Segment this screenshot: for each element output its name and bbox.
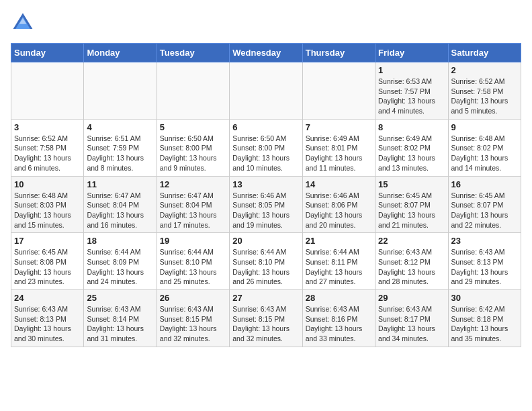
calendar-cell bbox=[302, 62, 375, 120]
day-number: 28 bbox=[306, 293, 372, 303]
weekday-header-sunday: Sunday bbox=[11, 44, 84, 62]
day-info: Sunrise: 6:48 AM Sunset: 8:03 PM Dayligh… bbox=[14, 191, 81, 230]
calendar-cell: 19Sunrise: 6:44 AM Sunset: 8:10 PM Dayli… bbox=[157, 233, 229, 290]
weekday-header-thursday: Thursday bbox=[302, 44, 375, 62]
weekday-header-friday: Friday bbox=[375, 44, 448, 62]
day-info: Sunrise: 6:47 AM Sunset: 8:04 PM Dayligh… bbox=[87, 191, 153, 230]
day-info: Sunrise: 6:46 AM Sunset: 8:06 PM Dayligh… bbox=[306, 191, 372, 230]
day-number: 3 bbox=[14, 122, 81, 132]
calendar-cell: 15Sunrise: 6:45 AM Sunset: 8:07 PM Dayli… bbox=[375, 176, 448, 233]
day-info: Sunrise: 6:45 AM Sunset: 8:07 PM Dayligh… bbox=[378, 191, 445, 230]
day-number: 23 bbox=[451, 236, 518, 246]
calendar-cell: 23Sunrise: 6:43 AM Sunset: 8:13 PM Dayli… bbox=[448, 233, 521, 290]
calendar-cell: 3Sunrise: 6:52 AM Sunset: 7:58 PM Daylig… bbox=[11, 119, 84, 176]
day-info: Sunrise: 6:49 AM Sunset: 8:02 PM Dayligh… bbox=[378, 134, 445, 173]
day-info: Sunrise: 6:50 AM Sunset: 8:00 PM Dayligh… bbox=[232, 134, 299, 173]
day-number: 25 bbox=[87, 293, 153, 303]
day-number: 20 bbox=[232, 236, 299, 246]
day-info: Sunrise: 6:43 AM Sunset: 8:13 PM Dayligh… bbox=[14, 304, 81, 344]
calendar-cell: 5Sunrise: 6:50 AM Sunset: 8:00 PM Daylig… bbox=[157, 119, 229, 176]
calendar-cell: 24Sunrise: 6:43 AM Sunset: 8:13 PM Dayli… bbox=[11, 290, 84, 347]
day-info: Sunrise: 6:43 AM Sunset: 8:12 PM Dayligh… bbox=[378, 247, 445, 287]
day-info: Sunrise: 6:44 AM Sunset: 8:10 PM Dayligh… bbox=[160, 247, 226, 287]
day-number: 27 bbox=[232, 293, 299, 303]
day-number: 13 bbox=[232, 179, 299, 189]
calendar-cell bbox=[84, 62, 157, 120]
day-info: Sunrise: 6:43 AM Sunset: 8:15 PM Dayligh… bbox=[160, 304, 226, 344]
page-header bbox=[11, 11, 521, 35]
day-info: Sunrise: 6:52 AM Sunset: 7:58 PM Dayligh… bbox=[14, 134, 81, 173]
day-info: Sunrise: 6:42 AM Sunset: 8:18 PM Dayligh… bbox=[451, 304, 518, 344]
calendar-cell: 12Sunrise: 6:47 AM Sunset: 8:04 PM Dayli… bbox=[157, 176, 229, 233]
day-number: 6 bbox=[232, 122, 299, 132]
day-number: 30 bbox=[451, 293, 518, 303]
day-info: Sunrise: 6:45 AM Sunset: 8:07 PM Dayligh… bbox=[451, 191, 518, 230]
calendar-cell: 13Sunrise: 6:46 AM Sunset: 8:05 PM Dayli… bbox=[230, 176, 302, 233]
calendar-cell: 1Sunrise: 6:53 AM Sunset: 7:57 PM Daylig… bbox=[375, 62, 448, 120]
weekday-header-row: SundayMondayTuesdayWednesdayThursdayFrid… bbox=[11, 44, 521, 62]
calendar-cell: 11Sunrise: 6:47 AM Sunset: 8:04 PM Dayli… bbox=[84, 176, 157, 233]
day-info: Sunrise: 6:50 AM Sunset: 8:00 PM Dayligh… bbox=[160, 134, 226, 173]
day-info: Sunrise: 6:44 AM Sunset: 8:11 PM Dayligh… bbox=[306, 247, 372, 287]
day-info: Sunrise: 6:43 AM Sunset: 8:17 PM Dayligh… bbox=[378, 304, 445, 344]
day-info: Sunrise: 6:47 AM Sunset: 8:04 PM Dayligh… bbox=[160, 191, 226, 230]
calendar-cell: 8Sunrise: 6:49 AM Sunset: 8:02 PM Daylig… bbox=[375, 119, 448, 176]
calendar-row-0: 1Sunrise: 6:53 AM Sunset: 7:57 PM Daylig… bbox=[11, 62, 521, 120]
day-number: 16 bbox=[451, 179, 518, 189]
calendar-cell: 20Sunrise: 6:44 AM Sunset: 8:10 PM Dayli… bbox=[230, 233, 302, 290]
calendar-cell: 26Sunrise: 6:43 AM Sunset: 8:15 PM Dayli… bbox=[157, 290, 229, 347]
calendar-cell: 28Sunrise: 6:43 AM Sunset: 8:16 PM Dayli… bbox=[302, 290, 375, 347]
day-number: 4 bbox=[87, 122, 153, 132]
calendar-cell: 9Sunrise: 6:48 AM Sunset: 8:02 PM Daylig… bbox=[448, 119, 521, 176]
calendar-row-3: 17Sunrise: 6:45 AM Sunset: 8:08 PM Dayli… bbox=[11, 233, 521, 290]
day-number: 14 bbox=[306, 179, 372, 189]
calendar-cell: 25Sunrise: 6:43 AM Sunset: 8:14 PM Dayli… bbox=[84, 290, 157, 347]
calendar-cell: 4Sunrise: 6:51 AM Sunset: 7:59 PM Daylig… bbox=[84, 119, 157, 176]
day-number: 5 bbox=[160, 122, 226, 132]
day-number: 7 bbox=[306, 122, 372, 132]
day-number: 22 bbox=[378, 236, 445, 246]
calendar-cell: 16Sunrise: 6:45 AM Sunset: 8:07 PM Dayli… bbox=[448, 176, 521, 233]
weekday-header-monday: Monday bbox=[84, 44, 157, 62]
weekday-header-tuesday: Tuesday bbox=[157, 44, 229, 62]
calendar-cell: 2Sunrise: 6:52 AM Sunset: 7:58 PM Daylig… bbox=[448, 62, 521, 120]
day-info: Sunrise: 6:44 AM Sunset: 8:10 PM Dayligh… bbox=[232, 247, 299, 287]
weekday-header-wednesday: Wednesday bbox=[230, 44, 302, 62]
calendar-cell: 7Sunrise: 6:49 AM Sunset: 8:01 PM Daylig… bbox=[302, 119, 375, 176]
day-number: 24 bbox=[14, 293, 81, 303]
day-number: 9 bbox=[451, 122, 518, 132]
logo-icon bbox=[11, 11, 35, 35]
day-info: Sunrise: 6:43 AM Sunset: 8:15 PM Dayligh… bbox=[232, 304, 299, 344]
calendar-cell bbox=[230, 62, 302, 120]
day-info: Sunrise: 6:43 AM Sunset: 8:13 PM Dayligh… bbox=[451, 247, 518, 287]
day-number: 19 bbox=[160, 236, 226, 246]
day-info: Sunrise: 6:48 AM Sunset: 8:02 PM Dayligh… bbox=[451, 134, 518, 173]
day-number: 21 bbox=[306, 236, 372, 246]
day-info: Sunrise: 6:52 AM Sunset: 7:58 PM Dayligh… bbox=[451, 77, 518, 116]
calendar-cell: 27Sunrise: 6:43 AM Sunset: 8:15 PM Dayli… bbox=[230, 290, 302, 347]
calendar-row-4: 24Sunrise: 6:43 AM Sunset: 8:13 PM Dayli… bbox=[11, 290, 521, 347]
calendar-cell: 30Sunrise: 6:42 AM Sunset: 8:18 PM Dayli… bbox=[448, 290, 521, 347]
day-number: 2 bbox=[451, 65, 518, 75]
day-info: Sunrise: 6:43 AM Sunset: 8:14 PM Dayligh… bbox=[87, 304, 153, 344]
day-info: Sunrise: 6:45 AM Sunset: 8:08 PM Dayligh… bbox=[14, 247, 81, 287]
day-info: Sunrise: 6:51 AM Sunset: 7:59 PM Dayligh… bbox=[87, 134, 153, 173]
calendar-cell: 10Sunrise: 6:48 AM Sunset: 8:03 PM Dayli… bbox=[11, 176, 84, 233]
day-info: Sunrise: 6:46 AM Sunset: 8:05 PM Dayligh… bbox=[232, 191, 299, 230]
day-info: Sunrise: 6:43 AM Sunset: 8:16 PM Dayligh… bbox=[306, 304, 372, 344]
day-number: 10 bbox=[14, 179, 81, 189]
day-number: 26 bbox=[160, 293, 226, 303]
day-number: 15 bbox=[378, 179, 445, 189]
calendar-cell: 22Sunrise: 6:43 AM Sunset: 8:12 PM Dayli… bbox=[375, 233, 448, 290]
weekday-header-saturday: Saturday bbox=[448, 44, 521, 62]
day-number: 17 bbox=[14, 236, 81, 246]
calendar-row-2: 10Sunrise: 6:48 AM Sunset: 8:03 PM Dayli… bbox=[11, 176, 521, 233]
day-info: Sunrise: 6:44 AM Sunset: 8:09 PM Dayligh… bbox=[87, 247, 153, 287]
calendar-cell: 6Sunrise: 6:50 AM Sunset: 8:00 PM Daylig… bbox=[230, 119, 302, 176]
calendar-cell: 14Sunrise: 6:46 AM Sunset: 8:06 PM Dayli… bbox=[302, 176, 375, 233]
day-info: Sunrise: 6:53 AM Sunset: 7:57 PM Dayligh… bbox=[378, 77, 445, 116]
day-info: Sunrise: 6:49 AM Sunset: 8:01 PM Dayligh… bbox=[306, 134, 372, 173]
day-number: 18 bbox=[87, 236, 153, 246]
day-number: 11 bbox=[87, 179, 153, 189]
day-number: 8 bbox=[378, 122, 445, 132]
